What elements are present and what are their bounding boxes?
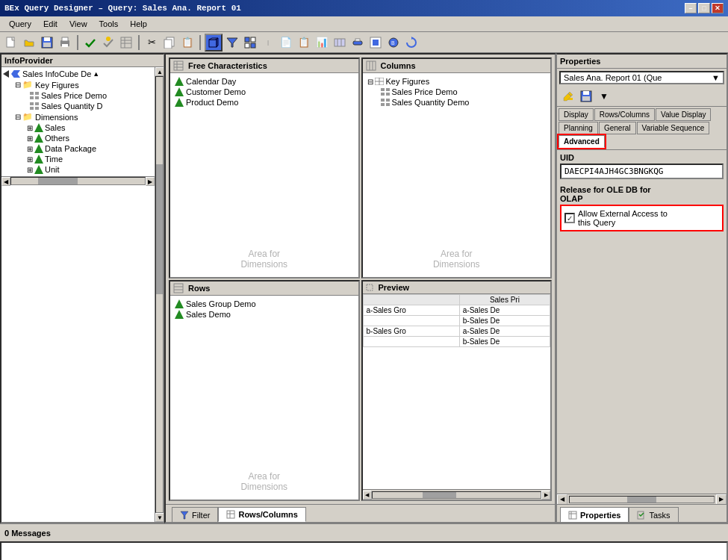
tb-print[interactable] — [57, 34, 73, 51]
tree-dim-datapackage[interactable]: ⊞ Data Package — [3, 143, 153, 154]
free-char-calday[interactable]: Calendar Day — [173, 76, 355, 87]
tb-table[interactable] — [118, 34, 134, 51]
menu-edit[interactable]: Edit — [37, 18, 63, 30]
tree-dim-sales[interactable]: ⊞ Sales — [3, 122, 153, 133]
tab-rows-columns[interactable]: Rows/Columns — [594, 108, 655, 121]
menu-view[interactable]: View — [63, 18, 93, 30]
preview-th-empty — [363, 295, 459, 305]
tb-grid2[interactable] — [242, 34, 258, 51]
messages-area: 0 Messages — [0, 523, 728, 560]
dim-time-label: Time — [45, 155, 63, 164]
minimize-button[interactable]: – — [685, 3, 697, 13]
tree-root[interactable]: Sales InfoCube De ▲ — [3, 69, 153, 79]
tb-save[interactable] — [39, 34, 55, 51]
prev-scroll-left[interactable]: ◀ — [363, 491, 372, 500]
tab-advanced[interactable]: Advanced — [559, 135, 605, 148]
props-scroll-thumb — [627, 497, 656, 503]
col-keyfig-root[interactable]: ⊟ Key Figures — [366, 76, 548, 87]
vscroll-up[interactable]: ▲ — [155, 67, 164, 76]
tb-check2[interactable] — [100, 34, 116, 51]
preview-hscrollbar[interactable]: ◀ ▶ — [363, 489, 551, 500]
infoprovider-hscrollbar[interactable]: ◀ ▶ — [1, 176, 155, 185]
minus-icon2: ⊟ — [15, 113, 21, 121]
tab-general[interactable]: General — [599, 122, 636, 134]
infoprovider-vscrollbar[interactable]: ▲ ▼ — [155, 67, 164, 522]
col-kf-salesqty[interactable]: Sales Quantity Demo — [366, 97, 548, 108]
rows-panel: Rows Sales Group Demo Sales Demo Area fo… — [169, 280, 360, 501]
props-edit-btn[interactable] — [560, 88, 576, 105]
tb-cube[interactable] — [205, 34, 223, 52]
svg-rect-73 — [227, 511, 234, 518]
maximize-button[interactable]: □ — [698, 3, 710, 13]
tree-dim-time[interactable]: ⊞ Time — [3, 154, 153, 164]
tb-refresh[interactable] — [403, 34, 420, 51]
row-salesgroup[interactable]: Sales Group Demo — [173, 299, 355, 309]
tb-page[interactable]: 📄 — [278, 34, 294, 51]
vscroll-thumb — [156, 164, 163, 295]
props-query-dropdown[interactable]: Sales Ana. Report 01 (Que ▼ — [559, 71, 724, 84]
tree-keyfig-folder[interactable]: ⊟ 📁 Key Figures — [3, 79, 153, 90]
free-char-proddemo[interactable]: Product Demo — [173, 97, 355, 108]
tree-dim-unit[interactable]: ⊞ Unit — [3, 164, 153, 175]
tb-copy[interactable] — [161, 34, 178, 51]
svg-rect-62 — [381, 99, 385, 102]
tb-bw[interactable] — [367, 34, 384, 51]
tb-cut[interactable]: ✂ — [143, 34, 160, 51]
tb-open[interactable] — [21, 34, 37, 51]
allow-external-access-row[interactable]: ✓ Allow External Access tothis Query — [560, 205, 724, 231]
svg-marker-49 — [175, 77, 184, 86]
menu-tools[interactable]: Tools — [93, 18, 125, 30]
tb-chart[interactable]: 📊 — [314, 34, 330, 51]
prev-scroll-thumb — [423, 492, 456, 498]
title-bar: BEx Query Designer – Query: Sales Ana. R… — [0, 0, 728, 16]
free-char-icon — [173, 60, 184, 71]
svg-rect-58 — [381, 88, 385, 91]
hscroll-left[interactable]: ◀ — [1, 177, 10, 186]
tb-map[interactable] — [332, 34, 348, 51]
bottom-tab-tasks[interactable]: Tasks — [629, 507, 678, 522]
tb-bex[interactable]: B — [385, 34, 402, 51]
tree-dims-folder[interactable]: ⊟ 📁 Dimensions — [3, 111, 153, 122]
tb-new[interactable] — [3, 34, 19, 51]
tab-display[interactable]: Display — [559, 108, 594, 121]
menu-help[interactable]: Help — [124, 18, 153, 30]
props-hscrollbar[interactable]: ◀ ▶ — [557, 494, 727, 504]
rows-header: Rows — [170, 281, 358, 296]
dim-datapackage-label: Data Package — [45, 144, 96, 153]
tab-var-sequence[interactable]: Variable Sequence — [637, 122, 710, 134]
tab-filter[interactable]: Filter — [172, 507, 218, 522]
props-save-btn[interactable] — [578, 88, 594, 105]
tree-kf-salesqty[interactable]: Sales Quantity D — [3, 101, 153, 111]
columns-icon — [366, 60, 376, 71]
close-button[interactable]: ✕ — [712, 3, 724, 13]
props-scroll-left[interactable]: ◀ — [557, 494, 567, 505]
bottom-tab-properties[interactable]: Properties — [560, 507, 629, 522]
free-char-ghost: Area forDimensions — [240, 249, 287, 270]
tree-dim-others[interactable]: ⊞ Others — [3, 133, 153, 143]
tree-kf-salesprice[interactable]: Sales Price Demo — [3, 90, 153, 101]
vscroll-down[interactable]: ▼ — [155, 513, 164, 522]
allow-external-checkbox[interactable]: ✓ — [564, 213, 575, 223]
tb-link[interactable] — [349, 34, 366, 51]
svg-rect-3 — [43, 43, 51, 47]
props-dropdown-btn[interactable]: ▼ — [596, 88, 612, 105]
row-salesdemo[interactable]: Sales Demo — [173, 309, 355, 320]
preview-header: Preview — [363, 281, 551, 294]
tb-page2[interactable]: 📋 — [296, 34, 312, 51]
prev-scroll-right[interactable]: ▶ — [541, 491, 550, 500]
rows-icon — [173, 283, 184, 293]
tab-planning[interactable]: Planning — [559, 122, 598, 134]
tab-value-display[interactable]: Value Display — [656, 108, 711, 121]
dim-icon4 — [34, 155, 43, 164]
tb-check[interactable] — [82, 34, 99, 51]
menu-query[interactable]: Query — [3, 18, 37, 30]
uid-value: DAECPI4AJH4GC3BNGKQG — [560, 164, 724, 179]
props-scroll-right[interactable]: ▶ — [716, 494, 727, 505]
hscroll-right[interactable]: ▶ — [146, 177, 155, 186]
col-kf-salesprice[interactable]: Sales Price Demo — [366, 87, 548, 97]
tb-filter[interactable] — [224, 34, 240, 51]
folder-icon: 📁 — [22, 80, 33, 90]
free-char-custdemo[interactable]: Customer Demo — [173, 87, 355, 97]
tab-rows-cols[interactable]: Rows/Columns — [218, 507, 305, 522]
tb-paste[interactable]: 📋 — [179, 34, 196, 51]
